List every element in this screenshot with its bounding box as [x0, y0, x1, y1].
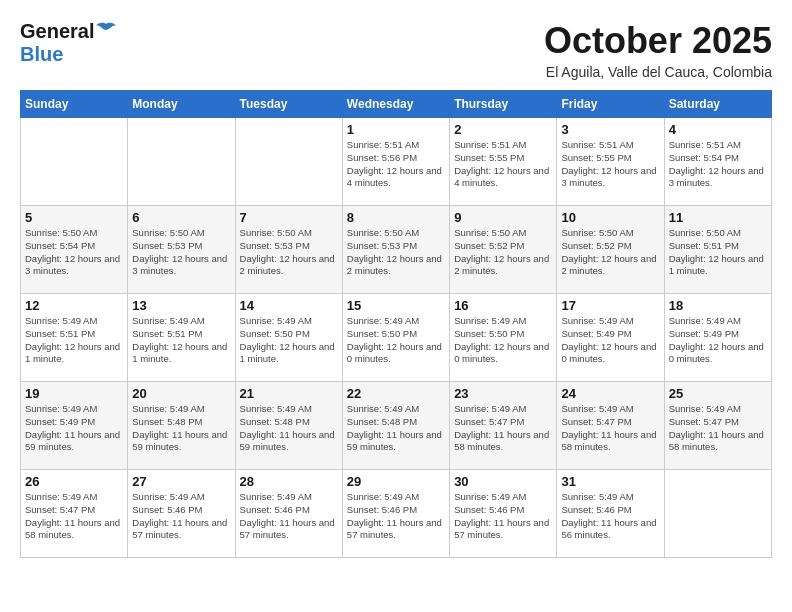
calendar-cell: 23Sunrise: 5:49 AM Sunset: 5:47 PM Dayli…: [450, 382, 557, 470]
day-number: 14: [240, 298, 338, 313]
calendar-cell: 24Sunrise: 5:49 AM Sunset: 5:47 PM Dayli…: [557, 382, 664, 470]
calendar-cell: 20Sunrise: 5:49 AM Sunset: 5:48 PM Dayli…: [128, 382, 235, 470]
logo: General Blue: [20, 20, 116, 66]
day-info: Sunrise: 5:51 AM Sunset: 5:55 PM Dayligh…: [454, 139, 552, 190]
day-number: 28: [240, 474, 338, 489]
day-info: Sunrise: 5:50 AM Sunset: 5:54 PM Dayligh…: [25, 227, 123, 278]
day-number: 24: [561, 386, 659, 401]
calendar-cell: 16Sunrise: 5:49 AM Sunset: 5:50 PM Dayli…: [450, 294, 557, 382]
day-info: Sunrise: 5:50 AM Sunset: 5:53 PM Dayligh…: [132, 227, 230, 278]
col-header-saturday: Saturday: [664, 91, 771, 118]
day-info: Sunrise: 5:50 AM Sunset: 5:52 PM Dayligh…: [561, 227, 659, 278]
calendar-cell: 11Sunrise: 5:50 AM Sunset: 5:51 PM Dayli…: [664, 206, 771, 294]
col-header-tuesday: Tuesday: [235, 91, 342, 118]
calendar-cell: [128, 118, 235, 206]
calendar-cell: 9Sunrise: 5:50 AM Sunset: 5:52 PM Daylig…: [450, 206, 557, 294]
day-number: 25: [669, 386, 767, 401]
calendar-cell: 29Sunrise: 5:49 AM Sunset: 5:46 PM Dayli…: [342, 470, 449, 558]
calendar-cell: 5Sunrise: 5:50 AM Sunset: 5:54 PM Daylig…: [21, 206, 128, 294]
day-info: Sunrise: 5:49 AM Sunset: 5:50 PM Dayligh…: [240, 315, 338, 366]
day-info: Sunrise: 5:49 AM Sunset: 5:47 PM Dayligh…: [561, 403, 659, 454]
day-number: 12: [25, 298, 123, 313]
day-info: Sunrise: 5:51 AM Sunset: 5:56 PM Dayligh…: [347, 139, 445, 190]
day-number: 3: [561, 122, 659, 137]
calendar-cell: 13Sunrise: 5:49 AM Sunset: 5:51 PM Dayli…: [128, 294, 235, 382]
day-info: Sunrise: 5:51 AM Sunset: 5:54 PM Dayligh…: [669, 139, 767, 190]
day-info: Sunrise: 5:49 AM Sunset: 5:49 PM Dayligh…: [561, 315, 659, 366]
col-header-sunday: Sunday: [21, 91, 128, 118]
calendar-week-row: 5Sunrise: 5:50 AM Sunset: 5:54 PM Daylig…: [21, 206, 772, 294]
day-info: Sunrise: 5:50 AM Sunset: 5:51 PM Dayligh…: [669, 227, 767, 278]
calendar-cell: 7Sunrise: 5:50 AM Sunset: 5:53 PM Daylig…: [235, 206, 342, 294]
day-number: 16: [454, 298, 552, 313]
col-header-thursday: Thursday: [450, 91, 557, 118]
logo-bird-icon: [96, 22, 116, 38]
calendar-cell: 4Sunrise: 5:51 AM Sunset: 5:54 PM Daylig…: [664, 118, 771, 206]
calendar-cell: 21Sunrise: 5:49 AM Sunset: 5:48 PM Dayli…: [235, 382, 342, 470]
calendar-header-row: SundayMondayTuesdayWednesdayThursdayFrid…: [21, 91, 772, 118]
calendar-cell: 1Sunrise: 5:51 AM Sunset: 5:56 PM Daylig…: [342, 118, 449, 206]
logo-blue-text: Blue: [20, 43, 63, 65]
calendar-cell: 14Sunrise: 5:49 AM Sunset: 5:50 PM Dayli…: [235, 294, 342, 382]
day-number: 20: [132, 386, 230, 401]
day-info: Sunrise: 5:49 AM Sunset: 5:46 PM Dayligh…: [347, 491, 445, 542]
day-number: 29: [347, 474, 445, 489]
day-info: Sunrise: 5:49 AM Sunset: 5:46 PM Dayligh…: [454, 491, 552, 542]
calendar-cell: [235, 118, 342, 206]
calendar-cell: 10Sunrise: 5:50 AM Sunset: 5:52 PM Dayli…: [557, 206, 664, 294]
day-info: Sunrise: 5:49 AM Sunset: 5:47 PM Dayligh…: [669, 403, 767, 454]
day-info: Sunrise: 5:49 AM Sunset: 5:47 PM Dayligh…: [454, 403, 552, 454]
calendar-cell: 6Sunrise: 5:50 AM Sunset: 5:53 PM Daylig…: [128, 206, 235, 294]
day-info: Sunrise: 5:49 AM Sunset: 5:51 PM Dayligh…: [132, 315, 230, 366]
calendar-cell: 27Sunrise: 5:49 AM Sunset: 5:46 PM Dayli…: [128, 470, 235, 558]
day-number: 8: [347, 210, 445, 225]
calendar-week-row: 12Sunrise: 5:49 AM Sunset: 5:51 PM Dayli…: [21, 294, 772, 382]
day-info: Sunrise: 5:49 AM Sunset: 5:48 PM Dayligh…: [240, 403, 338, 454]
calendar-cell: 18Sunrise: 5:49 AM Sunset: 5:49 PM Dayli…: [664, 294, 771, 382]
day-number: 1: [347, 122, 445, 137]
calendar-cell: [664, 470, 771, 558]
day-number: 4: [669, 122, 767, 137]
day-info: Sunrise: 5:49 AM Sunset: 5:48 PM Dayligh…: [347, 403, 445, 454]
calendar-cell: 2Sunrise: 5:51 AM Sunset: 5:55 PM Daylig…: [450, 118, 557, 206]
location-text: El Aguila, Valle del Cauca, Colombia: [544, 64, 772, 80]
day-number: 18: [669, 298, 767, 313]
day-number: 15: [347, 298, 445, 313]
day-info: Sunrise: 5:49 AM Sunset: 5:50 PM Dayligh…: [454, 315, 552, 366]
day-number: 22: [347, 386, 445, 401]
calendar-cell: 15Sunrise: 5:49 AM Sunset: 5:50 PM Dayli…: [342, 294, 449, 382]
day-info: Sunrise: 5:50 AM Sunset: 5:53 PM Dayligh…: [347, 227, 445, 278]
calendar-cell: 25Sunrise: 5:49 AM Sunset: 5:47 PM Dayli…: [664, 382, 771, 470]
day-info: Sunrise: 5:49 AM Sunset: 5:48 PM Dayligh…: [132, 403, 230, 454]
day-number: 7: [240, 210, 338, 225]
title-block: October 2025 El Aguila, Valle del Cauca,…: [544, 20, 772, 80]
day-info: Sunrise: 5:49 AM Sunset: 5:49 PM Dayligh…: [669, 315, 767, 366]
calendar-cell: 28Sunrise: 5:49 AM Sunset: 5:46 PM Dayli…: [235, 470, 342, 558]
day-info: Sunrise: 5:49 AM Sunset: 5:46 PM Dayligh…: [561, 491, 659, 542]
day-number: 9: [454, 210, 552, 225]
calendar-cell: 26Sunrise: 5:49 AM Sunset: 5:47 PM Dayli…: [21, 470, 128, 558]
day-number: 17: [561, 298, 659, 313]
day-info: Sunrise: 5:49 AM Sunset: 5:47 PM Dayligh…: [25, 491, 123, 542]
day-info: Sunrise: 5:49 AM Sunset: 5:51 PM Dayligh…: [25, 315, 123, 366]
day-info: Sunrise: 5:49 AM Sunset: 5:50 PM Dayligh…: [347, 315, 445, 366]
day-number: 2: [454, 122, 552, 137]
day-number: 13: [132, 298, 230, 313]
logo-general-text: General: [20, 20, 94, 43]
day-info: Sunrise: 5:49 AM Sunset: 5:46 PM Dayligh…: [132, 491, 230, 542]
day-number: 31: [561, 474, 659, 489]
calendar-cell: 30Sunrise: 5:49 AM Sunset: 5:46 PM Dayli…: [450, 470, 557, 558]
month-year-heading: October 2025: [544, 20, 772, 62]
calendar-cell: [21, 118, 128, 206]
day-number: 26: [25, 474, 123, 489]
page-header: General Blue October 2025 El Aguila, Val…: [20, 20, 772, 80]
calendar-cell: 12Sunrise: 5:49 AM Sunset: 5:51 PM Dayli…: [21, 294, 128, 382]
day-number: 30: [454, 474, 552, 489]
calendar-cell: 3Sunrise: 5:51 AM Sunset: 5:55 PM Daylig…: [557, 118, 664, 206]
day-number: 10: [561, 210, 659, 225]
day-info: Sunrise: 5:51 AM Sunset: 5:55 PM Dayligh…: [561, 139, 659, 190]
calendar-cell: 8Sunrise: 5:50 AM Sunset: 5:53 PM Daylig…: [342, 206, 449, 294]
day-number: 27: [132, 474, 230, 489]
day-info: Sunrise: 5:50 AM Sunset: 5:53 PM Dayligh…: [240, 227, 338, 278]
calendar-cell: 19Sunrise: 5:49 AM Sunset: 5:49 PM Dayli…: [21, 382, 128, 470]
